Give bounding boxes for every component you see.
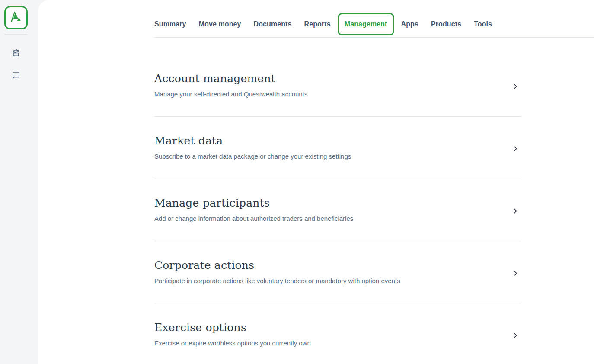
list-item-market-data[interactable]: Market data Subscribe to a market data p… bbox=[154, 117, 521, 179]
chevron-right-icon bbox=[512, 332, 519, 339]
item-description: Participate in corporate actions like vo… bbox=[154, 277, 521, 285]
list-item-account-management[interactable]: Account management Manage your self-dire… bbox=[154, 54, 521, 117]
chevron-right-icon bbox=[512, 83, 519, 90]
item-title: Corporate actions bbox=[154, 259, 521, 272]
feedback-button[interactable] bbox=[11, 70, 21, 80]
app-logo-button[interactable] bbox=[4, 6, 28, 29]
tab-apps[interactable]: Apps bbox=[401, 20, 418, 28]
gift-icon bbox=[11, 52, 21, 59]
tab-tools[interactable]: Tools bbox=[474, 20, 492, 28]
item-description: Manage your self-directed and Questwealt… bbox=[154, 90, 521, 99]
sidebar bbox=[0, 0, 38, 364]
tab-summary[interactable]: Summary bbox=[154, 20, 186, 28]
rewards-gift-button[interactable] bbox=[11, 48, 21, 57]
item-title: Manage participants bbox=[154, 196, 521, 210]
item-title: Account management bbox=[154, 72, 521, 86]
list-item-manage-participants[interactable]: Manage participants Add or change inform… bbox=[154, 179, 521, 241]
feedback-chat-icon bbox=[11, 75, 21, 81]
chevron-right-icon bbox=[512, 270, 519, 277]
chevron-right-icon bbox=[512, 145, 519, 152]
management-list: Account management Manage your self-dire… bbox=[154, 38, 521, 364]
item-description: Exercise or expire worthless options you… bbox=[154, 339, 521, 348]
list-item-exercise-options[interactable]: Exercise options Exercise or expire wort… bbox=[154, 303, 521, 364]
list-item-corporate-actions[interactable]: Corporate actions Participate in corpora… bbox=[154, 241, 521, 303]
tab-management[interactable]: Management bbox=[338, 13, 394, 35]
top-nav: Summary Move money Documents Reports Man… bbox=[154, 0, 594, 38]
main-panel: Summary Move money Documents Reports Man… bbox=[38, 0, 594, 364]
item-title: Exercise options bbox=[154, 321, 521, 335]
tab-documents[interactable]: Documents bbox=[254, 20, 292, 28]
tab-products[interactable]: Products bbox=[431, 20, 461, 28]
chevron-right-icon bbox=[512, 208, 519, 214]
item-description: Add or change information about authoriz… bbox=[154, 214, 521, 223]
item-title: Market data bbox=[154, 134, 521, 148]
tab-move-money[interactable]: Move money bbox=[199, 20, 241, 28]
questrade-mountain-logo-icon bbox=[10, 11, 22, 24]
item-description: Subscribe to a market data package or ch… bbox=[154, 152, 521, 161]
tab-reports[interactable]: Reports bbox=[304, 20, 331, 28]
sidebar-divider bbox=[4, 34, 27, 35]
